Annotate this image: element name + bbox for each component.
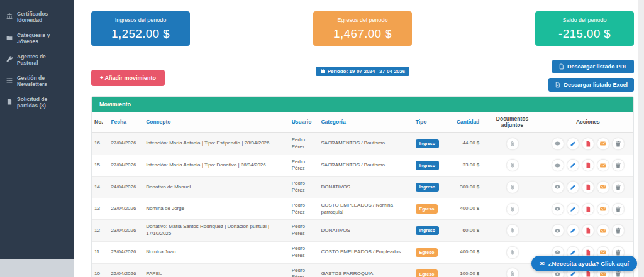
row-cantidad: 400.00 $ — [445, 198, 482, 220]
edit-button[interactable] — [567, 138, 579, 150]
email-button[interactable] — [597, 203, 609, 215]
eye-icon — [554, 183, 561, 190]
sidebar-item-catequesis[interactable]: Catequesis y Jóvenes — [0, 28, 74, 49]
sidebar-item-newsletters[interactable]: Gestión de Newsletters — [0, 70, 74, 92]
view-button[interactable] — [552, 224, 564, 237]
pdf-file-icon — [585, 162, 591, 168]
card-title: Ingresos del periodo — [91, 17, 190, 23]
attachment-button[interactable] — [506, 181, 519, 193]
view-button[interactable] — [552, 203, 564, 215]
edit-button[interactable] — [567, 181, 579, 193]
pencil-icon — [570, 227, 576, 234]
pdf-button[interactable] — [582, 224, 594, 237]
edit-button[interactable] — [567, 203, 579, 215]
col-cantidad[interactable]: Cantidad — [445, 112, 482, 133]
file-icon — [6, 99, 13, 106]
pdf-button[interactable] — [582, 159, 594, 171]
table-row: 12 23/04/2026 Donativo: María Santos Rod… — [92, 220, 633, 242]
row-categoria: SACRAMENTOS / Bautismo — [318, 133, 413, 155]
card-value: 1,467.00 $ — [313, 27, 412, 41]
view-button[interactable] — [552, 159, 564, 171]
col-fecha[interactable]: Fecha — [108, 112, 143, 133]
eye-icon — [554, 162, 561, 169]
email-button[interactable] — [597, 159, 609, 171]
email-button[interactable] — [597, 224, 609, 237]
row-usuario: Pedro Pérez — [289, 241, 319, 263]
trash-icon — [615, 249, 621, 256]
attachment-button[interactable] — [506, 203, 519, 215]
table-row: 14 24/04/2026 Donativo de Manuel Pedro P… — [92, 177, 633, 198]
pdf-file-icon — [585, 206, 591, 212]
row-fecha: 22/04/2026 — [108, 263, 143, 277]
period-badge: Periodo: 19-07-2024 - 27-04-2026 — [316, 67, 410, 76]
edit-button[interactable] — [567, 159, 579, 171]
card-saldo: Saldo del periodo -215.00 $ — [535, 11, 634, 46]
row-concepto: Intención: María Antonia | Tipo: Donativ… — [143, 155, 289, 177]
sidebar: Certificados Idoneidad Catequesis y Jóve… — [0, 0, 74, 277]
col-categoria[interactable]: Categoría — [318, 112, 413, 133]
delete-button[interactable] — [612, 138, 625, 150]
attachment-button[interactable] — [506, 246, 519, 259]
row-usuario: Pedro Pérez — [289, 263, 319, 277]
pdf-file-icon — [585, 249, 591, 256]
tipo-badge: Egreso — [416, 248, 438, 257]
sidebar-item-certificados[interactable]: Certificados Idoneidad — [0, 6, 74, 28]
view-button[interactable] — [552, 138, 564, 150]
download-pdf-button[interactable]: Descargar listado PDF — [552, 60, 634, 73]
row-cantidad: 33.00 $ — [445, 155, 482, 177]
col-concepto[interactable]: Concepto — [143, 112, 289, 133]
download-pdf-label: Descargar listado PDF — [567, 63, 628, 70]
row-categoria: COSTO EMPLEADOS / Empleados — [318, 241, 413, 263]
pdf-file-icon — [585, 184, 591, 190]
help-button[interactable]: ✉ ¿Necesita ayuda? Click aquí — [531, 256, 637, 271]
pdf-button[interactable] — [582, 181, 594, 193]
attachment-button[interactable] — [506, 224, 519, 237]
list-icon — [6, 77, 13, 85]
download-excel-label: Descargar listado Excel — [564, 82, 628, 88]
view-button[interactable] — [552, 181, 564, 193]
sidebar-item-solicitud-partidas[interactable]: Solicitud de partidas (3) — [0, 92, 74, 113]
email-button[interactable] — [597, 138, 609, 150]
pencil-icon — [570, 141, 576, 147]
main-content: Ingresos del periodo 1,252.00 $ Egresos … — [74, 0, 644, 277]
pdf-button[interactable] — [582, 203, 594, 215]
sidebar-item-agentes[interactable]: Agentes de Pastoral — [0, 49, 74, 70]
delete-button[interactable] — [612, 159, 625, 171]
attachment-button[interactable] — [506, 138, 519, 150]
download-excel-button[interactable]: Descargar listado Excel — [548, 78, 634, 92]
email-button[interactable] — [597, 181, 609, 193]
trash-icon — [615, 184, 621, 190]
vertical-scrollbar[interactable] — [638, 0, 644, 277]
delete-button[interactable] — [612, 224, 625, 237]
row-fecha: 23/04/2026 — [108, 198, 143, 220]
table-row: 15 27/04/2026 Intención: María Antonia |… — [92, 155, 633, 177]
delete-button[interactable] — [612, 181, 625, 193]
row-categoria: DONATIVOS — [318, 177, 413, 198]
envelope-icon: ✉ — [540, 260, 545, 267]
col-tipo[interactable]: Tipo — [413, 112, 445, 133]
attachment-button[interactable] — [506, 268, 519, 277]
row-number: 13 — [92, 198, 108, 220]
row-number: 11 — [92, 241, 108, 263]
pdf-button[interactable] — [582, 138, 594, 150]
paperclip-icon — [509, 141, 516, 147]
excel-file-icon — [555, 82, 560, 88]
edit-button[interactable] — [567, 224, 579, 237]
pencil-icon — [570, 271, 576, 277]
tipo-badge: Egreso — [416, 204, 438, 213]
card-title: Egresos del periodo — [313, 17, 412, 23]
row-usuario: Pedro Pérez — [289, 155, 319, 177]
row-categoria: SACRAMENTOS / Bautismo — [318, 155, 413, 177]
row-concepto: Donativo de Manuel — [143, 177, 289, 198]
trash-icon — [615, 162, 621, 168]
attachment-button[interactable] — [506, 159, 519, 171]
pencil-icon — [570, 249, 576, 256]
delete-button[interactable] — [612, 203, 625, 215]
add-movement-button[interactable]: + Añadir movimiento — [91, 70, 165, 86]
col-usuario[interactable]: Usuario — [289, 112, 319, 133]
row-concepto: Nómina de Jorge — [143, 198, 289, 220]
col-acciones: Acciones — [543, 112, 633, 133]
row-categoria: COSTO EMPLEADOS / Nómina parroquial — [318, 198, 413, 220]
eye-icon — [554, 249, 561, 256]
paperclip-icon — [509, 184, 516, 190]
